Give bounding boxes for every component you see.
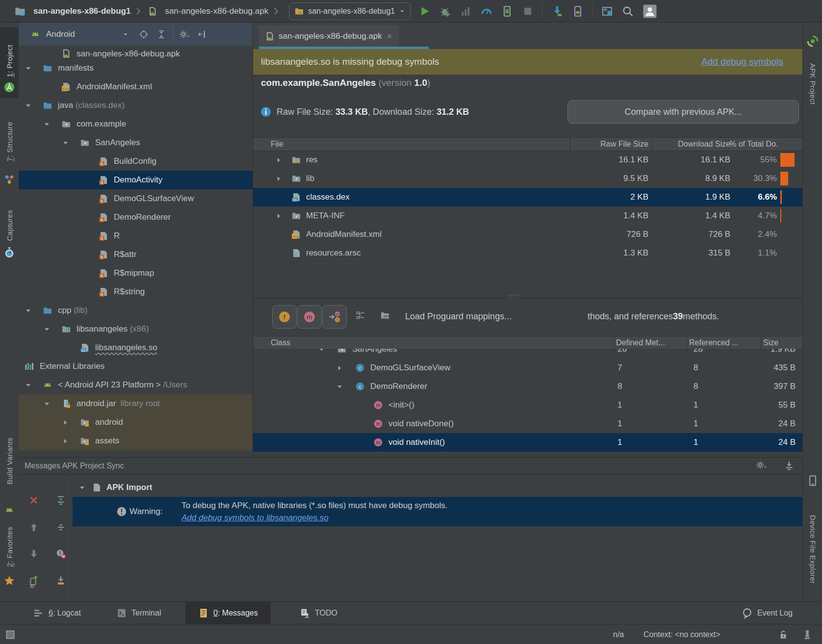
file-table-row-resources-arsc[interactable]: ?resources.arsc1.3 KB315 B1.1% xyxy=(253,244,802,262)
project-tree-row-r-attr[interactable]: sR$attr xyxy=(19,245,253,264)
pin-icon[interactable] xyxy=(784,460,795,471)
project-tree-row-android[interactable]: android xyxy=(19,413,253,432)
file-column-header[interactable]: Download Size xyxy=(678,138,730,151)
chevron-down-icon[interactable] xyxy=(122,31,129,38)
collapse-all-icon[interactable] xyxy=(156,29,166,39)
compare-apk-button[interactable]: Compare with previous APK... xyxy=(567,100,799,124)
up-arrow-icon[interactable] xyxy=(28,521,40,533)
chevron-down-icon[interactable] xyxy=(61,139,79,147)
project-tree-row-r-string[interactable]: sR$string xyxy=(19,283,253,301)
show-fields-toggle[interactable]: f xyxy=(272,305,297,329)
project-tree-row-r-mipmap[interactable]: sR$mipmap xyxy=(19,264,253,283)
sidebar-item-apk-project[interactable]: APK Project xyxy=(803,52,822,116)
add-debug-symbols-link[interactable]: Add debug symbols xyxy=(701,49,783,75)
sidebar-item-1-project[interactable]: 1: Project xyxy=(0,42,19,79)
gear-icon[interactable] xyxy=(756,460,769,470)
project-tree-row-sanangeles[interactable]: SanAngeles xyxy=(19,133,253,152)
chevron-right-icon[interactable] xyxy=(336,364,354,372)
class-table-row-void-nativeinit-[interactable]: mvoid nativeInit()1124 B xyxy=(253,433,802,452)
class-column-header[interactable]: Defined Met... xyxy=(616,336,665,349)
file-column-header[interactable]: File xyxy=(271,138,283,151)
avatar[interactable] xyxy=(642,4,657,19)
load-proguard-mappings[interactable]: Load Proguard mappings... xyxy=(405,302,512,331)
event-log-button[interactable]: Event Log xyxy=(742,602,793,624)
file-table-row-classes-dex[interactable]: 01classes.dex2 KB1.9 KB6.6% xyxy=(253,188,802,206)
chevron-right-icon[interactable] xyxy=(275,156,291,164)
device-gray-icon[interactable] xyxy=(807,475,819,487)
project-tree-row--android-api-23-platform-[interactable]: < Android API 23 Platform > /Users xyxy=(19,376,253,394)
structure-icon[interactable] xyxy=(3,174,15,185)
attach-debugger-button[interactable] xyxy=(501,5,513,17)
run-button[interactable] xyxy=(419,5,431,17)
mute-icon[interactable] xyxy=(55,548,67,560)
project-tree-row-libsanangeles[interactable]: libsanangeles (x86) xyxy=(19,320,253,338)
hide-panel-icon[interactable] xyxy=(197,29,207,39)
sidebar-item-device-file-explorer[interactable]: Device File Explorer xyxy=(803,490,822,608)
file-column-header[interactable]: Raw File Size xyxy=(600,138,648,151)
tool-window-button-6-logcat[interactable]: 6: Logcat xyxy=(21,602,94,624)
project-tree-row-cpp[interactable]: cpp (lib) xyxy=(19,301,253,320)
class-column-header[interactable]: Referenced ... xyxy=(689,336,739,349)
project-tree-row-demorenderer[interactable]: sDemoRenderer xyxy=(19,208,253,227)
file-table-row-lib[interactable]: lib9.5 KB8.9 KB30.3% xyxy=(253,169,802,188)
class-table-row-demorenderer[interactable]: cDemoRenderer88397 B xyxy=(253,377,802,396)
class-table-row-sanangeles[interactable]: SanAngeles26281.9 KB xyxy=(253,349,802,359)
project-tree-row-san-angeles-x86-debug-apk[interactable]: san-angeles-x86-debug.apk xyxy=(19,46,253,59)
splitter-handle[interactable]: ::::: xyxy=(508,293,520,299)
install-apk-button[interactable] xyxy=(551,5,563,17)
project-tree-row-androidmanifest-xml[interactable]: <>AndroidManifest.xml xyxy=(19,77,253,96)
down-arrow-icon[interactable] xyxy=(28,548,40,560)
project-view-selector[interactable]: Android xyxy=(46,29,75,39)
gear-icon[interactable] xyxy=(180,29,192,39)
project-tree-row-libsanangeles-so[interactable]: 01libsanangeles.so xyxy=(19,338,253,357)
tree-view-icon[interactable] xyxy=(356,310,365,320)
stop-button[interactable] xyxy=(522,5,534,17)
project-tree-row-java[interactable]: java (classes.dex) xyxy=(19,96,253,115)
project-tree-row-assets[interactable]: assets xyxy=(19,432,253,450)
android-head-icon[interactable] xyxy=(3,504,15,516)
sidebar-item-captures[interactable]: Captures xyxy=(0,206,19,244)
add-debug-symbols-link[interactable]: Add debug symbols to libsanangeles.so xyxy=(181,512,329,524)
lock-icon[interactable] xyxy=(778,624,789,644)
run-configuration-select[interactable]: san-angeles-x86-debug1 xyxy=(289,2,411,20)
apk-analyzer-icon[interactable] xyxy=(807,35,819,47)
file-table-row-res[interactable]: res16.1 KB16.1 KB55% xyxy=(253,151,802,169)
chevron-right-icon[interactable] xyxy=(61,419,79,426)
project-tree-row-r[interactable]: sR xyxy=(19,227,253,245)
device-manager-button[interactable] xyxy=(572,5,584,17)
search-everywhere-button[interactable] xyxy=(622,5,634,17)
chevron-down-icon[interactable] xyxy=(42,326,60,333)
file-table-row-androidmanifest-xml[interactable]: <>AndroidManifest.xml726 B726 B2.4% xyxy=(253,225,802,244)
show-methods-toggle[interactable]: m xyxy=(297,305,322,329)
class-table-row--init-[interactable]: m<init>()1155 B xyxy=(253,396,802,414)
profiler-button[interactable] xyxy=(481,5,492,17)
chevron-down-icon[interactable] xyxy=(336,383,354,390)
locate-file-icon[interactable] xyxy=(139,29,149,39)
chevron-down-icon[interactable] xyxy=(318,349,336,353)
tool-window-button-todo[interactable]: TODO xyxy=(287,602,350,624)
class-table-row-demoglsurfaceview[interactable]: cDemoGLSurfaceView78435 B xyxy=(253,359,802,377)
breadcrumb-project[interactable]: san-angeles-x86-debug1 xyxy=(33,6,130,16)
sidebar-item-2-favorites[interactable]: 2: Favorites xyxy=(0,520,19,574)
chevron-down-icon[interactable] xyxy=(42,121,60,128)
debug-button[interactable] xyxy=(439,5,451,17)
gradle-status-icon[interactable] xyxy=(801,624,813,644)
file-table-row-meta-inf[interactable]: META-INF1.4 KB1.4 KB4.7% xyxy=(253,206,802,225)
chevron-right-icon[interactable] xyxy=(275,212,291,220)
chevron-down-icon[interactable] xyxy=(24,382,42,389)
studio-icon[interactable] xyxy=(3,81,15,93)
chevron-down-icon[interactable] xyxy=(24,102,42,109)
chevron-down-icon[interactable] xyxy=(78,484,86,491)
tab-apk-file[interactable]: san-angeles-x86-debug.apk xyxy=(259,26,399,47)
chevron-right-icon[interactable] xyxy=(61,438,79,445)
tool-window-button-terminal[interactable]: Terminal xyxy=(103,602,174,624)
project-tree-row-android-jar[interactable]: android.jar library root xyxy=(19,394,253,413)
profile-button[interactable] xyxy=(460,5,472,17)
collapse-all2-icon[interactable] xyxy=(55,521,67,533)
warning-message-row[interactable]: Warning: To debug the APK, native librar… xyxy=(73,497,802,526)
class-table-row-void-nativedone-[interactable]: mvoid nativeDone()1124 B xyxy=(253,414,802,433)
project-tree-row-demoactivity[interactable]: sDemoActivity xyxy=(19,171,253,189)
chevron-down-icon[interactable] xyxy=(24,65,42,72)
tool-window-switcher-icon[interactable] xyxy=(5,624,16,644)
project-tree-row-com-example[interactable]: com.example xyxy=(19,115,253,133)
